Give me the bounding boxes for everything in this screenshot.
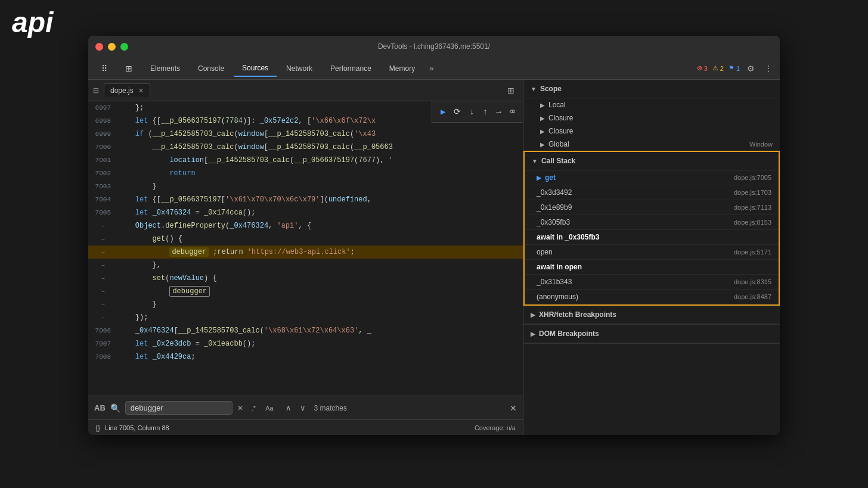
code-line-dash-3-highlighted: – debugger ;return 'https://web3-api.cli… [88, 245, 523, 259]
scope-section-header[interactable]: ▼ Scope [523, 80, 780, 98]
format-icon[interactable]: {} [95, 424, 100, 432]
search-prev-button[interactable]: ∧ [282, 402, 295, 414]
dom-breakpoints-label: DOM Breakpoints [539, 330, 599, 338]
dom-breakpoints-header[interactable]: ▶ DOM Breakpoints [523, 325, 780, 343]
call-stack-item-0x31b343[interactable]: _0x31b343 dope.js:8315 [525, 275, 779, 290]
code-line-7001: 7001 location[__p_1452585703_calc(__p_05… [88, 154, 523, 167]
code-line-7006: 7006 _0x476324[__p_1452585703_calc('\x68… [88, 324, 523, 337]
status-bar: {} Line 7005, Column 88 Coverage: n/a [88, 419, 523, 435]
cs-0x31b343-name: _0x31b343 [537, 278, 734, 286]
step-button[interactable]: → [492, 105, 504, 119]
left-panel: ⊟ dope.js ✕ ⊞ ▶ ⟳ ↓ ↑ → ⌫ [88, 80, 523, 435]
error-icon: ⊗ [697, 64, 702, 72]
cs-get-loc: dope.js:7005 [734, 174, 771, 181]
file-tab-close[interactable]: ✕ [138, 87, 144, 95]
call-stack-item-anonymous[interactable]: (anonymous) dope.js:8487 [525, 290, 779, 304]
cs-0x1e89b9-loc: dope.js:7113 [734, 204, 771, 211]
cs-0x305fb3-name: _0x305fb3 [537, 218, 734, 226]
cursor-position: Line 7005, Column 88 [105, 424, 169, 431]
maximize-button[interactable] [120, 43, 128, 51]
search-options: .* Aa [248, 403, 277, 414]
case-sensitive-button[interactable]: Aa [262, 403, 277, 414]
dom-arrow-icon: ▶ [531, 331, 535, 337]
code-line-6999: 6999 if (__p_1452585703_calc(window[__p_… [88, 128, 523, 141]
settings-button[interactable]: ⚙ [745, 61, 757, 76]
search-results-count: 3 matches [314, 404, 347, 412]
cs-open-name: open [537, 248, 734, 256]
search-next-button[interactable]: ∨ [296, 402, 309, 414]
error-count[interactable]: ⊗ 3 [697, 64, 708, 72]
close-button[interactable] [95, 43, 103, 51]
cs-anonymous-name: (anonymous) [537, 293, 734, 301]
tab-performance[interactable]: Performance [322, 61, 380, 76]
right-panel: ▼ Scope ▶ Local ▶ Closure ▶ Closure ▶ Gl… [523, 80, 780, 435]
more-tabs-button[interactable]: » [424, 61, 438, 75]
minimize-button[interactable] [108, 43, 116, 51]
regex-button[interactable]: .* [248, 403, 259, 414]
code-line-7005: 7005 let _0x476324 = _0x174cca(); [88, 206, 523, 219]
deactivate-button[interactable]: ⌫ [506, 105, 518, 119]
code-line-dash-6: – debugger [88, 285, 523, 298]
search-magnify-icon[interactable]: 🔍 [110, 403, 120, 413]
cs-0x1e89b9-name: _0x1e89b9 [537, 203, 734, 212]
cs-await-305fb3-name: await in _0x305fb3 [537, 233, 771, 241]
search-close-button[interactable]: ✕ [510, 403, 517, 413]
tab-sources[interactable]: Sources [234, 60, 277, 77]
code-line-dash-2: – get() { [88, 232, 523, 245]
tab-console[interactable]: Console [190, 61, 232, 76]
search-input[interactable] [125, 401, 232, 415]
tab-network[interactable]: Network [278, 61, 321, 76]
warning-count[interactable]: ⚠ 2 [712, 64, 724, 72]
info-count[interactable]: ⚑ 1 [728, 64, 740, 72]
sidebar-toggle-icon[interactable]: ⊟ [93, 86, 99, 95]
code-line-7004: 7004 let {[__p_0566375197['\x61\x70\x70\… [88, 193, 523, 206]
cs-0x31b343-loc: dope.js:8315 [734, 278, 771, 285]
call-stack-item-0x305fb3[interactable]: _0x305fb3 dope.js:8153 [525, 215, 779, 230]
resume-button[interactable]: ▶ [437, 105, 449, 119]
debugger-toolbar: ▶ ⟳ ↓ ↑ → ⌫ [432, 101, 523, 123]
devtools-window: DevTools - l.ching367436.me:5501/ ⠿ ⊞ El… [88, 36, 780, 435]
file-tab-dope-js[interactable]: dope.js ✕ [104, 83, 150, 97]
tab-inspector[interactable]: ⠿ [93, 60, 116, 77]
format-code-button[interactable]: ⊞ [504, 85, 518, 97]
scope-item-closure-2[interactable]: ▶ Closure [523, 125, 780, 138]
call-stack-item-open[interactable]: open dope.js:5171 [525, 245, 779, 260]
cs-active-arrow-icon: ▶ [537, 174, 541, 182]
scope-arrow-icon: ▼ [531, 86, 537, 92]
tab-errors: ⊗ 3 ⚠ 2 ⚑ 1 ⚙ ⋮ [697, 61, 775, 76]
call-stack-header[interactable]: ▼ Call Stack [525, 152, 779, 170]
file-tabs: ⊟ dope.js ✕ ⊞ [88, 80, 523, 101]
scope-global-label: Global [548, 140, 569, 148]
code-line-7003: 7003 } [88, 180, 523, 193]
tab-memory[interactable]: Memory [381, 61, 423, 76]
search-clear-button[interactable]: ✕ [237, 404, 243, 412]
call-stack-item-0x1e89b9[interactable]: _0x1e89b9 dope.js:7113 [525, 200, 779, 215]
call-stack-item-get[interactable]: ▶ get dope.js:7005 [525, 170, 779, 185]
call-stack-item-await-open[interactable]: await in open [525, 260, 779, 275]
step-into-button[interactable]: ↓ [466, 105, 478, 119]
more-options-button[interactable]: ⋮ [762, 61, 775, 76]
xhr-breakpoints-section: ▶ XHR/fetch Breakpoints [523, 306, 780, 325]
scope-item-global[interactable]: ▶ Global Window [523, 138, 780, 151]
code-line-dash-8: – }); [88, 311, 523, 324]
scope-item-closure-1[interactable]: ▶ Closure [523, 111, 780, 125]
call-stack-arrow-icon: ▼ [532, 158, 538, 164]
cs-anonymous-loc: dope.js:8487 [734, 293, 771, 300]
tab-elements[interactable]: Elements [142, 61, 188, 76]
global-arrow-icon: ▶ [540, 141, 545, 148]
closure1-arrow-icon: ▶ [540, 115, 545, 122]
scope-item-local[interactable]: ▶ Local [523, 98, 780, 111]
cs-0x3d3492-loc: dope.js:1703 [734, 189, 771, 196]
xhr-breakpoints-header[interactable]: ▶ XHR/fetch Breakpoints [523, 306, 780, 324]
call-stack-item-0x3d3492[interactable]: _0x3d3492 dope.js:1703 [525, 185, 779, 200]
code-area[interactable]: ▶ ⟳ ↓ ↑ → ⌫ 6997 }; 6998 let {[__p_05663… [88, 101, 523, 396]
tab-layout[interactable]: ⊞ [117, 60, 141, 77]
step-out-button[interactable]: ↑ [479, 105, 491, 119]
search-bar: AB 🔍 ✕ .* Aa ∧ ∨ 3 matches ✕ [88, 396, 523, 419]
warning-icon: ⚠ [712, 64, 718, 72]
scope-closure1-label: Closure [548, 114, 573, 122]
call-stack-item-await-305fb3[interactable]: await in _0x305fb3 [525, 230, 779, 245]
dom-breakpoints-section: ▶ DOM Breakpoints [523, 325, 780, 344]
code-line-7007: 7007 let _0x2e3dcb = _0x1eacbb(); [88, 337, 523, 350]
step-over-button[interactable]: ⟳ [450, 105, 464, 119]
